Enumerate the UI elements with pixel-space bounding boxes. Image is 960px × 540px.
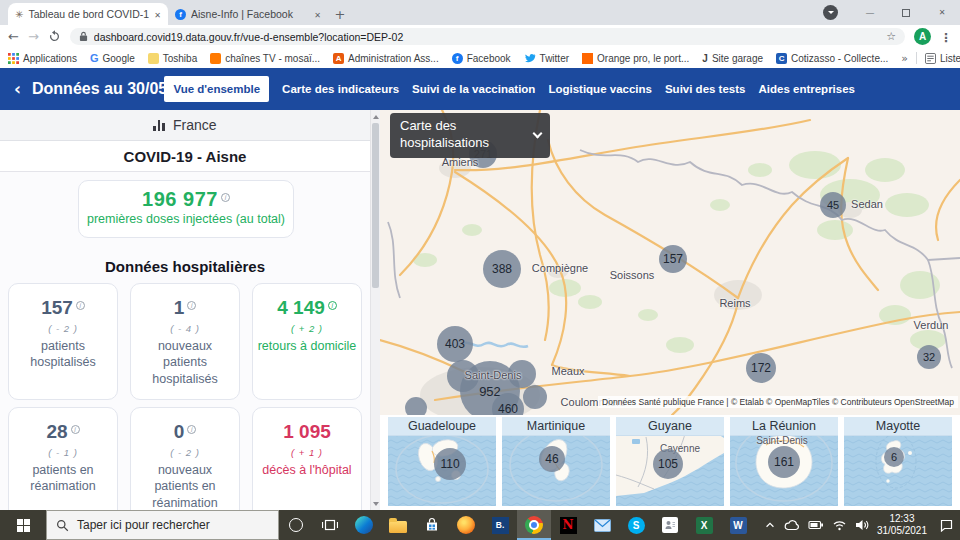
map-bubble-unlabeled[interactable]	[405, 397, 427, 415]
bookmarks-overflow-chevron[interactable]	[901, 52, 908, 65]
info-icon[interactable]	[187, 301, 196, 310]
tab-aides-entreprises[interactable]: Aides entreprises	[758, 76, 855, 102]
chrome-button[interactable]	[517, 510, 551, 540]
tab-close-icon[interactable]	[154, 8, 161, 20]
clock-time: 12:33	[877, 513, 927, 526]
netflix-button[interactable]: N	[551, 510, 585, 540]
map-layer-selector[interactable]: Carte des hospitalisations	[390, 113, 550, 158]
tab-logistique-vaccins[interactable]: Logistique vaccins	[548, 76, 652, 102]
map-bubble[interactable]: 157	[659, 245, 687, 273]
b-app-button[interactable]: B.	[483, 510, 517, 540]
skype-button[interactable]: S	[619, 510, 653, 540]
task-view-button[interactable]	[313, 510, 347, 540]
scroll-up-arrow[interactable]	[371, 110, 380, 122]
browser-menu-icon[interactable]	[940, 27, 952, 46]
virus-favicon-icon	[15, 8, 23, 20]
map-bubble[interactable]: 105	[653, 449, 683, 479]
overseas-map-mayotte[interactable]: Mayotte 6	[844, 417, 952, 506]
overseas-map-guadeloupe[interactable]: Guadeloupe 110	[388, 417, 496, 506]
map-layer-label: Carte des hospitalisations	[400, 118, 489, 150]
bookmark-cotizasso[interactable]: C Cotizasso - Collecte...	[776, 53, 888, 64]
reading-list-button[interactable]: Liste de lecture	[925, 53, 960, 64]
card-nouveaux-hospitalises[interactable]: 1 ( - 4 ) nouveaux patients hospitalisés	[130, 283, 240, 400]
address-bar[interactable]: dashboard.covid19.data.gouv.fr/vue-d-ens…	[70, 28, 905, 45]
mail-button[interactable]	[585, 510, 619, 540]
info-icon[interactable]	[221, 193, 230, 202]
scroll-down-arrow[interactable]	[371, 498, 380, 510]
panel-scrollbar[interactable]	[370, 110, 380, 510]
wifi-icon[interactable]	[832, 519, 847, 531]
edge-button[interactable]	[347, 510, 381, 540]
card-deces-hopital[interactable]: 1 095 ( + 1 ) décès à l'hôpital	[252, 407, 362, 510]
card-patients-hospitalises[interactable]: 157 ( - 2 ) patients hospitalisés	[8, 283, 118, 400]
bookmark-toshiba[interactable]: Toshiba	[148, 53, 197, 64]
map-bubble[interactable]: 110	[434, 448, 466, 480]
map-bubble[interactable]: 388	[483, 250, 521, 288]
browser-tab-covid-dashboard[interactable]: Tableau de bord COVID-19 Suivi	[8, 3, 168, 25]
map-bubble[interactable]: 172	[746, 353, 776, 383]
new-tab-button[interactable]	[328, 3, 352, 25]
bookmark-applications[interactable]: Applications	[8, 53, 77, 64]
taskbar-clock[interactable]: 12:33 31/05/2021	[877, 513, 927, 538]
system-tray: 12:33 31/05/2021	[764, 513, 960, 538]
cortana-button[interactable]	[279, 510, 313, 540]
tab-suivi-tests[interactable]: Suivi des tests	[665, 76, 746, 102]
card-retours-domicile[interactable]: 4 149 ( + 2 ) retours à domicile	[252, 283, 362, 400]
minimize-button[interactable]	[852, 0, 888, 25]
reload-button[interactable]	[48, 30, 61, 43]
info-icon[interactable]	[76, 301, 85, 310]
excel-button[interactable]: X	[687, 510, 721, 540]
scrollbar-thumb[interactable]	[372, 123, 379, 288]
bookmark-facebook[interactable]: f Facebook	[452, 53, 511, 64]
map-bubble[interactable]: 403	[437, 326, 473, 362]
back-button[interactable]	[8, 30, 19, 43]
hospitalisations-map[interactable]: 271 388 157 45 403 172 32 952 460 Amiens…	[380, 110, 960, 415]
onedrive-cloud-icon[interactable]	[784, 519, 800, 531]
chrome-profile-badge-icon[interactable]	[823, 5, 838, 20]
bookmark-star-icon[interactable]	[886, 30, 896, 43]
word-button[interactable]: W	[721, 510, 755, 540]
firefox-button[interactable]	[449, 510, 483, 540]
bookmark-google[interactable]: G Google	[90, 52, 135, 64]
map-bubble[interactable]: 45	[820, 192, 846, 218]
map-bubble[interactable]: 161	[768, 446, 800, 478]
card-patients-reanimation[interactable]: 28 ( - 1 ) patients en réanimation	[8, 407, 118, 510]
info-icon[interactable]	[328, 301, 337, 310]
tab-carte-indicateurs[interactable]: Carte des indicateurs	[282, 76, 399, 102]
map-bubble-unlabeled[interactable]	[523, 385, 547, 409]
map-bubble[interactable]: 46	[539, 446, 565, 472]
tab-close-icon[interactable]	[314, 8, 321, 20]
previous-date-button[interactable]	[14, 79, 21, 99]
bookmark-site-garage[interactable]: J Site garage	[702, 53, 763, 64]
map-bubble[interactable]: 6	[884, 447, 904, 467]
tab-suivi-vaccination[interactable]: Suivi de la vaccination	[412, 76, 535, 102]
profile-avatar[interactable]: A	[914, 28, 931, 45]
info-icon[interactable]	[71, 425, 80, 434]
bookmark-orange-pro[interactable]: Orange pro, le port...	[582, 53, 689, 64]
info-icon[interactable]	[187, 425, 196, 434]
tray-expand-chevron-icon[interactable]	[764, 519, 776, 531]
tab-vue-ensemble[interactable]: Vue d'ensemble	[164, 76, 269, 102]
start-button[interactable]	[0, 510, 46, 540]
taskbar-search-input[interactable]: Taper ici pour rechercher	[46, 510, 279, 540]
file-explorer-button[interactable]	[381, 510, 415, 540]
map-bubble[interactable]: 32	[917, 345, 941, 369]
bookmark-twitter[interactable]: Twitter	[524, 53, 569, 64]
bookmark-chaines-tv[interactable]: chaînes TV - mosaï...	[210, 53, 320, 64]
forward-button[interactable]	[28, 30, 39, 43]
overseas-map-guyane[interactable]: Guyane Cayenne 105	[616, 417, 724, 506]
vaccination-card[interactable]: 196 977 premières doses injectées (au to…	[78, 180, 294, 238]
browser-tab-facebook[interactable]: f Aisne-Info | Facebook	[168, 3, 328, 25]
card-nouveaux-reanimation[interactable]: 0 ( - 2 ) nouveaux patients en réanimati…	[130, 407, 240, 510]
action-center-icon[interactable]	[939, 518, 954, 532]
overseas-map-la-reunion[interactable]: La Réunion Saint-Denis 161	[730, 417, 838, 506]
maximize-button[interactable]	[888, 0, 924, 25]
region-selector[interactable]: France	[0, 110, 370, 141]
people-app-button[interactable]	[653, 510, 687, 540]
overseas-map-martinique[interactable]: Martinique 46	[502, 417, 610, 506]
volume-icon[interactable]	[855, 519, 869, 531]
bookmark-administration[interactable]: A Administration Ass...	[333, 53, 439, 64]
battery-icon[interactable]	[808, 519, 824, 531]
microsoft-store-button[interactable]	[415, 510, 449, 540]
close-window-button[interactable]	[924, 0, 960, 25]
